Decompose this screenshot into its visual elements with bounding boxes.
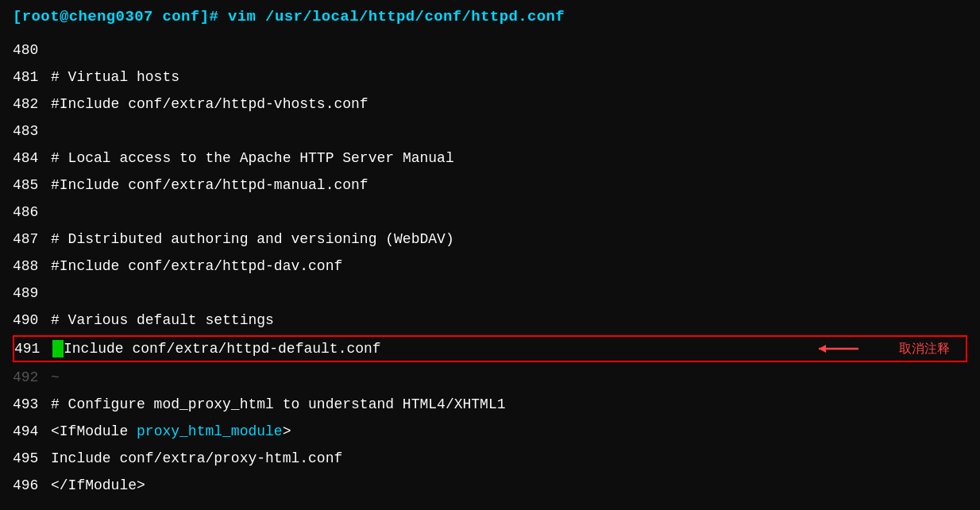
line-481: 481 # Virtual hosts — [13, 64, 967, 91]
cursor-block — [52, 340, 64, 357]
line-number-485: 485 — [13, 172, 51, 199]
line-486: 486 — [13, 199, 967, 226]
line-490: 490 # Various default settings — [13, 307, 967, 334]
line-number-491: 491 — [14, 341, 52, 357]
annotation-arrow — [815, 341, 862, 357]
line-number-481: 481 — [13, 64, 51, 91]
line-482: 482 #Include conf/extra/httpd-vhosts.con… — [13, 91, 967, 118]
line-491: 491 Include conf/extra/httpd-default.con… — [13, 335, 967, 362]
line-496: 496 </IfModule> — [13, 472, 967, 499]
line-number-492: 492 — [13, 364, 51, 391]
annotation-text: 取消注释 — [899, 341, 950, 357]
line-number-487: 487 — [13, 226, 51, 253]
line-488: 488 #Include conf/extra/httpd-dav.conf — [13, 253, 967, 280]
line-487: 487 # Distributed authoring and versioni… — [13, 226, 967, 253]
svg-marker-1 — [819, 345, 826, 353]
line-number-494: 494 — [13, 418, 51, 445]
terminal: [root@cheng0307 conf]# vim /usr/local/ht… — [0, 0, 980, 510]
line-number-496: 496 — [13, 472, 51, 499]
line-494: 494 <IfModule proxy_html_module> — [13, 418, 967, 445]
line-483: 483 — [13, 118, 967, 145]
line-number-488: 488 — [13, 253, 51, 280]
arrow-icon — [815, 341, 862, 357]
line-485: 485 #Include conf/extra/httpd-manual.con… — [13, 172, 967, 199]
line-number-490: 490 — [13, 307, 51, 334]
line-number-482: 482 — [13, 91, 51, 118]
line-number-489: 489 — [13, 280, 51, 307]
line-number-495: 495 — [13, 445, 51, 472]
line-number-486: 486 — [13, 199, 51, 226]
command-line: [root@cheng0307 conf]# vim /usr/local/ht… — [13, 8, 967, 25]
line-493: 493 # Configure mod_proxy_html to unders… — [13, 391, 967, 418]
line-484: 484 # Local access to the Apache HTTP Se… — [13, 145, 967, 172]
line-492: 492 ~ — [13, 364, 967, 391]
line-480: 480 — [13, 37, 967, 64]
line-number-480: 480 — [13, 37, 51, 64]
line-number-493: 493 — [13, 391, 51, 418]
line-number-484: 484 — [13, 145, 51, 172]
line-number-483: 483 — [13, 118, 51, 145]
line-495: 495 Include conf/extra/proxy-html.conf — [13, 445, 967, 472]
line-489: 489 — [13, 280, 967, 307]
